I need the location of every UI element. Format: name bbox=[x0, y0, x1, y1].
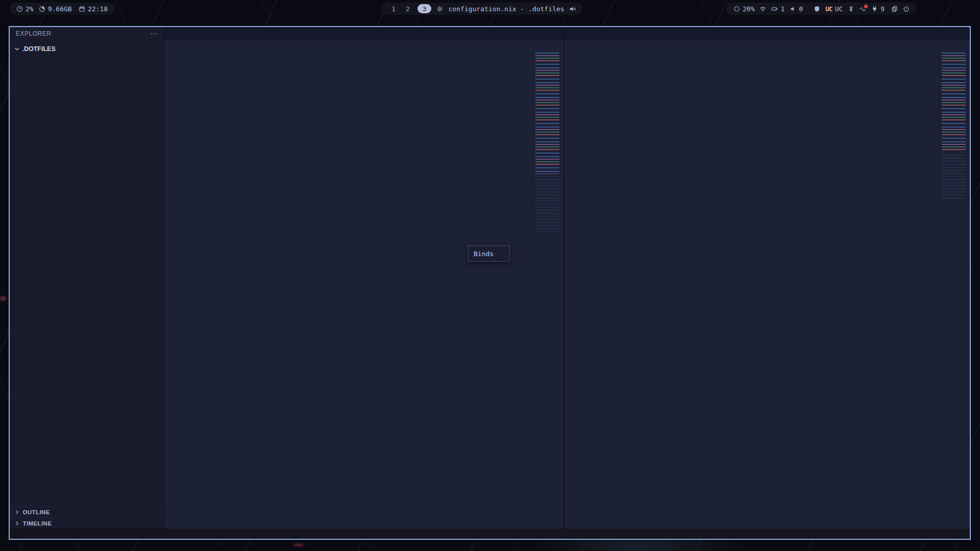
ring-item[interactable]: 20% bbox=[733, 5, 754, 13]
topbar-pill: 2%9.66GB bbox=[9, 3, 79, 15]
editor-pane-configuration-nix bbox=[565, 27, 970, 529]
minimap[interactable] bbox=[939, 52, 968, 526]
binds-popup: Binds bbox=[468, 245, 510, 262]
calendar-item[interactable]: 22:18 bbox=[79, 5, 108, 13]
shield-icon bbox=[814, 6, 820, 12]
pill-value: UC bbox=[835, 5, 843, 13]
pill-value: 9.66GB bbox=[48, 5, 72, 13]
bluetooth-icon bbox=[848, 6, 854, 12]
editor-pane-flake-nix: Binds bbox=[164, 27, 564, 529]
volume-muted-icon bbox=[569, 6, 576, 12]
battery-icon bbox=[771, 6, 778, 12]
breadcrumb[interactable] bbox=[565, 40, 970, 52]
wifi-item[interactable] bbox=[760, 6, 766, 12]
clipboard-item[interactable] bbox=[891, 6, 898, 12]
notification-dot bbox=[864, 5, 868, 8]
uc-tray-icon[interactable]: UC bbox=[825, 5, 832, 13]
chevron-right-icon bbox=[14, 509, 20, 515]
speaker-icon bbox=[790, 6, 796, 12]
chevron-down-icon bbox=[14, 46, 20, 53]
power-item[interactable] bbox=[903, 6, 910, 12]
root-folder-label: .DOTFILES bbox=[22, 45, 56, 53]
pill-value: 2% bbox=[26, 5, 34, 13]
workspace-2[interactable]: 2 bbox=[403, 5, 412, 13]
wifi-icon bbox=[760, 6, 766, 12]
battery-item[interactable]: 1 bbox=[771, 5, 785, 13]
minimap[interactable] bbox=[533, 52, 561, 526]
wave-item[interactable] bbox=[860, 6, 866, 12]
outline-label: OUTLINE bbox=[23, 509, 50, 515]
plug-icon bbox=[871, 6, 878, 12]
pill-value: 1 bbox=[780, 5, 785, 13]
shield-item[interactable] bbox=[814, 6, 820, 12]
topbar-pill: 22:18 bbox=[71, 3, 115, 15]
workspace-1[interactable]: 1 bbox=[389, 5, 398, 13]
gauge-icon bbox=[16, 6, 23, 12]
speaker-item[interactable]: 0 bbox=[790, 5, 803, 13]
chevron-right-icon bbox=[14, 520, 20, 527]
pie-icon bbox=[39, 6, 45, 12]
topbar-center-pill: 123configuration.nix - .dotfiles bbox=[382, 3, 583, 15]
pill-value: 0 bbox=[799, 5, 803, 13]
timeline-section[interactable]: TIMELINE bbox=[10, 517, 164, 529]
topbar-pill bbox=[884, 3, 917, 15]
calendar-icon bbox=[79, 6, 85, 12]
pill-value: 20% bbox=[743, 5, 754, 13]
pie-item[interactable]: 9.66GB bbox=[39, 5, 72, 13]
binds-popup-label: Binds bbox=[474, 250, 494, 258]
window-title: configuration.nix - .dotfiles bbox=[448, 5, 564, 13]
status-bar bbox=[10, 529, 970, 539]
wm-status-bar: 2%9.66GB22:18 123configuration.nix - .do… bbox=[0, 0, 980, 19]
explorer-sidebar: EXPLORER ⋯ .DOTFILES OUTLINE TIMELINE bbox=[10, 27, 164, 529]
outline-section[interactable]: OUTLINE bbox=[10, 506, 164, 517]
vscode-window: EXPLORER ⋯ .DOTFILES OUTLINE TIMELINE Bi… bbox=[9, 26, 971, 540]
explorer-more-actions-icon[interactable]: ⋯ bbox=[150, 29, 158, 38]
window-app-icon bbox=[436, 6, 443, 12]
timeline-label: TIMELINE bbox=[23, 520, 52, 527]
workspace-3[interactable]: 3 bbox=[418, 4, 432, 13]
pill-value: 22:18 bbox=[88, 5, 108, 13]
explorer-root-folder[interactable]: .DOTFILES bbox=[10, 43, 164, 55]
code-editor[interactable] bbox=[164, 52, 564, 529]
ring-icon bbox=[733, 6, 740, 12]
uc-item[interactable]: UCUC bbox=[825, 5, 843, 13]
tab-bar bbox=[164, 27, 564, 40]
power-icon bbox=[903, 6, 910, 12]
tab-bar bbox=[565, 27, 970, 40]
breadcrumb[interactable] bbox=[164, 40, 564, 52]
code-editor[interactable] bbox=[565, 52, 970, 529]
gauge-item[interactable]: 2% bbox=[16, 5, 34, 13]
explorer-title: EXPLORER bbox=[16, 30, 51, 37]
bluetooth-item[interactable] bbox=[848, 6, 854, 12]
clipboard-icon bbox=[891, 6, 898, 12]
